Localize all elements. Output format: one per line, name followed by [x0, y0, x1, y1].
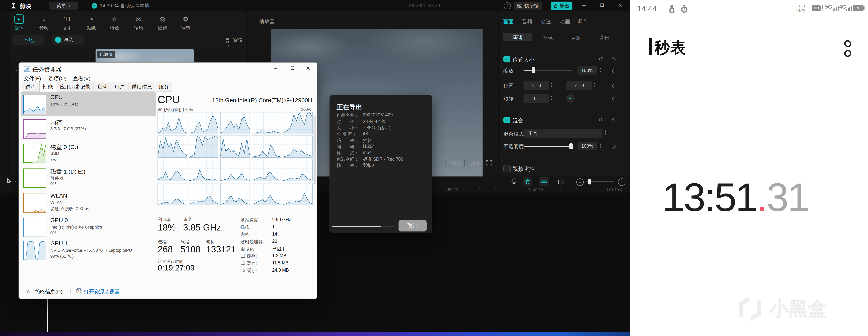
- signal-bars-4g: [846, 6, 852, 11]
- summary-toggle[interactable]: 简略信息(D): [35, 288, 62, 295]
- tab-audio[interactable]: ♪ 音频: [33, 14, 55, 31]
- collapse-icon[interactable]: ∧: [27, 288, 30, 294]
- tab-audio-props[interactable]: 音频: [522, 18, 532, 25]
- tab-services[interactable]: 服务: [156, 82, 172, 92]
- position-x-field[interactable]: X 0: [524, 81, 549, 90]
- rotate-stepper[interactable]: ▲▼: [550, 95, 553, 100]
- main-track-magnet-toggle[interactable]: [523, 177, 532, 186]
- subtab-keying[interactable]: 抠像: [537, 35, 559, 41]
- rotate-dial[interactable]: [566, 94, 575, 103]
- tab-users[interactable]: 用户: [111, 82, 128, 92]
- menu-button[interactable]: 菜单 ▾: [49, 2, 78, 10]
- perf-item-gpu1[interactable]: GPU 1 NVIDIA GeForce RTX 3070 Ti Laptop …: [21, 239, 156, 263]
- help-icon[interactable]: ?: [504, 2, 511, 9]
- plus-icon: +: [55, 37, 61, 43]
- x-stepper[interactable]: ▲▼: [550, 82, 553, 87]
- perf-item-disk1[interactable]: 磁盘 1 (D: E:) 可移动 0%: [21, 166, 156, 190]
- subtab-background[interactable]: 背景: [594, 35, 615, 41]
- perf-item-gpu0[interactable]: GPU 0 Intel(R) Iris(R) Xe Graphics 0%: [21, 215, 156, 240]
- tab-text[interactable]: TI 文本: [57, 14, 78, 31]
- dot-icon: [844, 50, 851, 57]
- maximize-button[interactable]: □: [598, 2, 606, 8]
- subtab-mask[interactable]: 蒙版: [565, 35, 587, 41]
- scope-button[interactable]: 示波器: [445, 159, 465, 167]
- tab-picture[interactable]: 画面: [503, 18, 514, 25]
- more-options-menu[interactable]: [844, 40, 851, 57]
- tab-transition[interactable]: ⋈ 转场: [128, 14, 149, 31]
- sidebar-item-local[interactable]: 本地: [13, 35, 44, 45]
- scale-value[interactable]: 100%: [578, 66, 597, 74]
- position-checkbox[interactable]: ✓: [503, 56, 510, 62]
- cancel-button[interactable]: 取消: [399, 220, 427, 232]
- timeline-zoom-slider[interactable]: [586, 181, 614, 182]
- tab-speed[interactable]: 变速: [540, 18, 551, 25]
- tab-media[interactable]: ▶ 媒体: [8, 14, 30, 31]
- grid-view-dropdown[interactable]: 宫格 ▾: [226, 37, 246, 48]
- maximize-button[interactable]: □: [288, 65, 297, 71]
- minimize-button[interactable]: –: [271, 65, 280, 72]
- scrollbar-thumb[interactable]: [313, 116, 316, 184]
- slider-thumb[interactable]: [532, 67, 535, 73]
- keyframe-icon[interactable]: ◇: [612, 117, 616, 123]
- perf-item-disk0[interactable]: 磁盘 0 (C:) SSD 7%: [21, 142, 156, 166]
- import-button[interactable]: + 导入: [52, 35, 84, 45]
- tab-startup[interactable]: 启动: [94, 82, 111, 92]
- close-button[interactable]: ×: [304, 64, 312, 72]
- open-resource-monitor-link[interactable]: 打开资源监视器: [84, 288, 119, 295]
- tab-adjust-props[interactable]: 调节: [578, 18, 588, 25]
- zoom-in-button[interactable]: +: [618, 178, 625, 186]
- keyframe-icon[interactable]: ◇: [612, 83, 616, 89]
- menu-file[interactable]: 文件(F): [24, 75, 41, 82]
- close-button[interactable]: ×: [617, 1, 624, 9]
- keyframe-icon[interactable]: ◇: [612, 143, 616, 149]
- keyframe-icon[interactable]: ◇: [612, 67, 616, 74]
- menu-options[interactable]: 选项(O): [48, 75, 66, 82]
- tab-animation[interactable]: 动画: [560, 18, 570, 25]
- y-stepper[interactable]: ▲▼: [593, 82, 595, 87]
- keyframe-icon[interactable]: ◇: [612, 56, 616, 62]
- keyframe-icon[interactable]: ◇: [612, 96, 616, 102]
- tab-details[interactable]: 详细信息: [128, 82, 155, 92]
- perf-item-wlan[interactable]: WLAN WLAN 发送: 0 接收: 0 Kbps: [21, 191, 156, 215]
- item-line2: 发送: 0 接收: 0 Kbps: [50, 206, 89, 212]
- subtab-basic[interactable]: 基础: [503, 33, 532, 41]
- rotate-field[interactable]: 0°: [524, 94, 549, 103]
- blend-checkbox[interactable]: ✓: [503, 117, 510, 123]
- media-icon: ▶: [14, 14, 24, 24]
- perf-item-cpu[interactable]: CPU 18% 3.85 GHz: [21, 92, 156, 116]
- minimize-button[interactable]: –: [580, 2, 588, 9]
- stabilize-checkbox[interactable]: [503, 165, 511, 173]
- reset-icon[interactable]: ↺: [598, 117, 603, 123]
- slider-thumb[interactable]: [569, 143, 573, 149]
- opacity-value[interactable]: 100%: [578, 142, 597, 150]
- select-tool-icon[interactable]: [5, 178, 12, 185]
- export-button[interactable]: 导出: [551, 2, 572, 10]
- opacity-stepper[interactable]: ▲▼: [599, 143, 602, 148]
- fullscreen-icon[interactable]: [486, 160, 492, 166]
- blend-stepper[interactable]: ▲▼: [604, 130, 607, 135]
- record-audio-icon[interactable]: [510, 178, 518, 186]
- auto-link-toggle[interactable]: [539, 177, 549, 186]
- tab-sticker[interactable]: ◔ 贴纸: [81, 14, 102, 31]
- tab-filter[interactable]: ◎ 滤镜: [152, 14, 173, 31]
- tab-effects[interactable]: ☆ 特效: [104, 14, 125, 31]
- tab-performance[interactable]: 性能: [39, 82, 56, 92]
- scale-stepper[interactable]: ▲▼: [599, 67, 602, 72]
- tab-adjust[interactable]: ⚙ 调节: [175, 14, 196, 31]
- preview-axis-icon[interactable]: [557, 178, 565, 185]
- slider-thumb[interactable]: [588, 179, 591, 184]
- zoom-out-button[interactable]: –: [576, 178, 584, 186]
- network-5g-label: 5G: [825, 4, 832, 10]
- tab-processes[interactable]: 进程: [22, 82, 39, 92]
- shortcuts-button[interactable]: 快捷键: [514, 2, 542, 10]
- perf-item-memory[interactable]: 内存 8.7/31.7 GB (27%): [21, 117, 156, 141]
- original-button[interactable]: 原始: [468, 159, 483, 167]
- blend-mode-select[interactable]: 正常: [524, 129, 602, 138]
- reset-icon[interactable]: ↺: [598, 56, 603, 62]
- opacity-slider[interactable]: [524, 146, 572, 147]
- position-y-field[interactable]: Y 0: [566, 81, 592, 90]
- tab-app-history[interactable]: 应用历史记录: [57, 82, 94, 92]
- chevron-down-icon[interactable]: ▾: [14, 179, 16, 184]
- scale-slider[interactable]: [524, 70, 572, 70]
- menu-view[interactable]: 查看(V): [73, 75, 90, 82]
